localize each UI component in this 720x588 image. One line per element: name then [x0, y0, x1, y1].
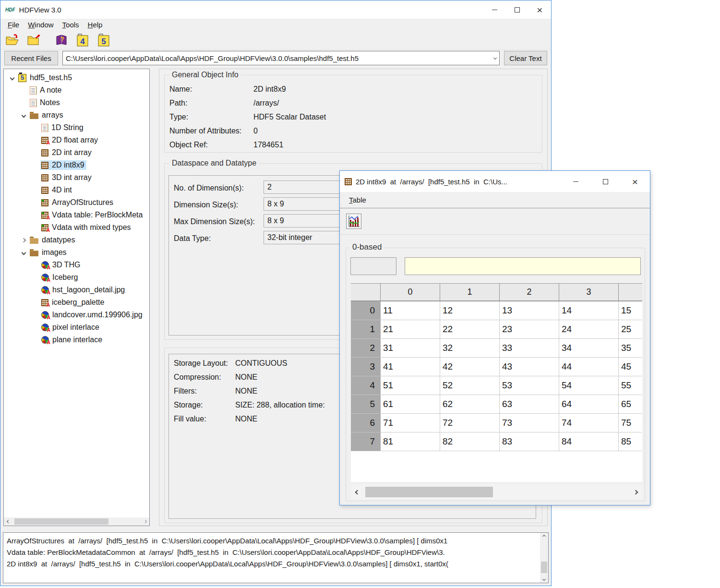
cell[interactable]: 12 [440, 301, 500, 320]
maximize-button[interactable] [506, 0, 528, 19]
tree-item-iceberg[interactable]: Iceberg [4, 271, 149, 284]
cell[interactable]: 42 [440, 358, 500, 376]
row-header[interactable]: 5 [351, 395, 381, 414]
file-path-combobox[interactable]: C:\Users\lori.cooper\AppData\Local\Apps\… [62, 51, 500, 65]
column-header[interactable]: 0 [381, 284, 440, 300]
cell[interactable]: 15 [619, 301, 642, 320]
tree-item-datatypes[interactable]: datatypes [4, 234, 149, 246]
cell[interactable]: 45 [619, 358, 642, 376]
cell[interactable]: 14 [559, 301, 619, 320]
line-plot-icon[interactable] [346, 214, 361, 229]
tree-item-arrays[interactable]: arrays [4, 109, 149, 121]
tree-item-3d-thg[interactable]: 3D THG [4, 259, 149, 271]
tree-item-iceberg-palette[interactable]: iceberg_palette [4, 296, 149, 309]
cell[interactable]: 71 [381, 414, 440, 432]
tree-item-1d-string[interactable]: 1D String [4, 121, 149, 134]
row-header[interactable]: 0 [351, 301, 381, 320]
cell[interactable]: 73 [500, 414, 559, 432]
scroll-left-icon[interactable] [355, 490, 360, 494]
cell[interactable]: 31 [381, 339, 440, 358]
close-file-icon[interactable] [25, 33, 42, 48]
tree-item-hst-lagoon-detail[interactable]: hst_lagoon_detail.jpg [4, 284, 149, 296]
tree-item-2d-int8x9[interactable]: 2D int8x9 [4, 159, 149, 171]
minimize-button[interactable] [561, 171, 590, 192]
cell[interactable]: 33 [500, 339, 559, 358]
tree-item-arrayofstructures[interactable]: ArrayOfStructures [4, 196, 149, 209]
cell[interactable]: 52 [440, 376, 500, 395]
tree-item-2d-float-array[interactable]: 2D float array [4, 134, 149, 146]
cell[interactable]: 24 [559, 320, 619, 339]
cell[interactable]: 75 [619, 414, 642, 432]
tree-item-a-note[interactable]: A note [4, 84, 149, 96]
cell[interactable]: 53 [500, 376, 559, 395]
column-header[interactable]: 2 [500, 284, 559, 300]
row-header[interactable]: 2 [351, 339, 381, 358]
cell-locator-field[interactable] [350, 257, 396, 275]
minimize-button[interactable] [483, 0, 506, 19]
cell[interactable]: 74 [559, 414, 619, 432]
cell[interactable]: 23 [500, 320, 559, 339]
scroll-down-icon[interactable] [542, 577, 546, 581]
cell-value-editor-field[interactable] [405, 257, 641, 275]
menu-file[interactable]: File [3, 20, 24, 30]
cell[interactable]: 25 [619, 320, 642, 339]
cell[interactable]: 83 [500, 432, 559, 451]
hdf5-library-icon[interactable]: 5 [96, 33, 112, 48]
open-file-icon[interactable] [4, 33, 21, 48]
grid-corner-header[interactable] [351, 284, 381, 300]
row-header[interactable]: 3 [351, 358, 381, 376]
recent-files-button[interactable]: Recent Files [4, 51, 58, 65]
row-header[interactable]: 7 [351, 432, 381, 451]
scroll-up-icon[interactable] [542, 535, 546, 538]
expander-down-icon[interactable] [10, 75, 14, 80]
tree-item-plane-interlace[interactable]: plane interlace [4, 334, 149, 346]
close-button[interactable]: × [620, 171, 650, 192]
tree-item-vdata-with-mixed-types[interactable]: Vdata with mixed types [4, 221, 149, 234]
scrollbar-thumb[interactable] [365, 487, 493, 497]
cell[interactable]: 61 [381, 395, 440, 414]
column-header[interactable] [619, 284, 642, 300]
cell[interactable]: 11 [381, 301, 440, 320]
cell[interactable]: 35 [619, 339, 642, 358]
scroll-left-icon[interactable] [6, 520, 10, 523]
tree-item-vdata-table-perblockmeta[interactable]: Vdata table: PerBlockMeta [4, 209, 149, 221]
tree-item-notes[interactable]: Notes [4, 96, 149, 109]
column-header[interactable]: 3 [559, 284, 619, 300]
cell[interactable]: 21 [381, 320, 440, 339]
cell[interactable]: 82 [440, 432, 500, 451]
expander-down-icon[interactable] [21, 250, 26, 255]
maximize-button[interactable] [590, 171, 620, 192]
tree-item-pixel-interlace[interactable]: pixel interlace [4, 321, 149, 334]
cell[interactable]: 62 [440, 395, 500, 414]
scrollbar-thumb[interactable] [14, 518, 108, 525]
chevron-down-icon[interactable] [493, 56, 497, 60]
cell[interactable]: 41 [381, 358, 440, 376]
cell[interactable]: 51 [381, 376, 440, 395]
cell[interactable]: 22 [440, 320, 500, 339]
column-header[interactable]: 1 [440, 284, 500, 300]
cell[interactable]: 65 [619, 395, 642, 414]
table-horizontal-scrollbar[interactable] [351, 484, 642, 500]
cell[interactable]: 64 [559, 395, 619, 414]
tree-horizontal-scrollbar[interactable] [4, 517, 149, 526]
menu-help[interactable]: Help [84, 20, 107, 30]
hdf4-library-icon[interactable]: 4 [74, 33, 91, 48]
cell[interactable]: 55 [619, 376, 642, 395]
menu-table[interactable]: Table [345, 195, 371, 205]
tree-item-3d-int-array[interactable]: 3D int array [4, 171, 149, 184]
scroll-right-icon[interactable] [634, 490, 638, 494]
row-header[interactable]: 6 [351, 414, 381, 432]
log-vertical-scrollbar[interactable] [540, 533, 548, 583]
scrollbar-thumb[interactable] [541, 562, 547, 573]
cell[interactable]: 13 [500, 301, 559, 320]
cell[interactable]: 72 [440, 414, 500, 432]
close-button[interactable]: × [528, 0, 551, 19]
cell[interactable]: 43 [500, 358, 559, 376]
tree-item-images[interactable]: images [4, 246, 149, 259]
cell[interactable]: 85 [619, 432, 642, 451]
tree-item-2d-int-array[interactable]: 2D int array [4, 146, 149, 159]
help-book-icon[interactable]: ? [53, 33, 70, 48]
menu-window[interactable]: Window [24, 20, 58, 30]
row-header[interactable]: 4 [351, 376, 381, 395]
tree-item-landcover-umd[interactable]: landcover.umd.199906.jpg [4, 309, 149, 321]
